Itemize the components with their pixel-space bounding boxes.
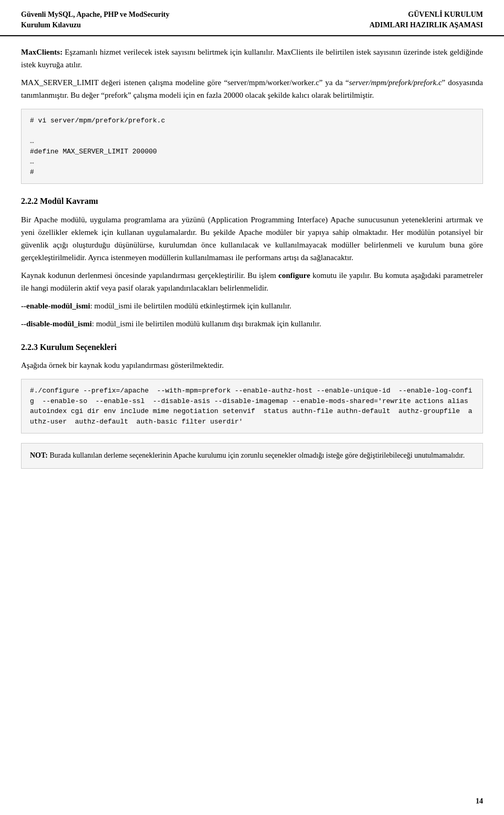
para-max-server-limit: MAX_SERVER_LIMIT değeri istenen çalışma … [21, 76, 483, 101]
para-maxclients: MaxClients: Eşzamanlı hizmet verilecek i… [21, 46, 483, 71]
disable-bold: --disable-modül_ismi [21, 319, 92, 328]
header-section-line2: ADIMLARI HAZIRLIK AŞAMASI [370, 20, 483, 30]
maxclients-rest: Eşzamanlı hizmet verilecek istek sayısın… [21, 48, 483, 69]
enable-bold: --enable-modül_ismi [21, 302, 90, 310]
header: Güvenli MySQL, Apache, PHP ve ModSecurit… [0, 0, 504, 36]
header-title-line1: Güvenli MySQL, Apache, PHP ve ModSecurit… [21, 9, 170, 20]
max-server-limit-part1: MAX_SERVER_LIMIT değeri istenen çalışma … [21, 78, 349, 87]
note-bold: NOT: [30, 451, 48, 459]
code-block-configure: #./configure --prefix=/apache --with-mpm… [21, 379, 483, 434]
page-number: 14 [476, 797, 483, 806]
header-title-line2: Kurulum Kılavuzu [21, 20, 170, 30]
configure-part1: Kaynak kodunun derlenmesi öncesinde yapı… [21, 271, 278, 280]
note-box: NOT: Burada kullanılan derleme seçenekle… [21, 443, 483, 468]
main-content: MaxClients: Eşzamanlı hizmet verilecek i… [0, 36, 504, 500]
disable-rest: : modül_ismi ile belirtilen modülü kulla… [92, 319, 321, 328]
para-module-concept: Bir Apache modülü, uygulama programlama … [21, 213, 483, 264]
page: Güvenli MySQL, Apache, PHP ve ModSecurit… [0, 0, 504, 815]
header-right: GÜVENLİ KURULUM ADIMLARI HAZIRLIK AŞAMAS… [370, 9, 483, 30]
section-222-heading: 2.2.2 Modül Kavramı [21, 194, 483, 208]
term-enable: --enable-modül_ismi: modül_ismi ile beli… [21, 300, 483, 312]
configure-bold: configure [278, 271, 310, 280]
para-configure: Kaynak kodunun derlenmesi öncesinde yapı… [21, 269, 483, 294]
code-block-prefork: # vi server/mpm/prefork/prefork.c … #def… [21, 109, 483, 184]
header-section-line1: GÜVENLİ KURULUM [370, 9, 483, 20]
section-223-heading: 2.2.3 Kurulum Seçenekleri [21, 341, 483, 354]
para-example-config: Aşağıda örnek bir kaynak kodu yapılandır… [21, 359, 483, 372]
header-left: Güvenli MySQL, Apache, PHP ve ModSecurit… [21, 9, 170, 30]
enable-rest: : modül_ismi ile belirtilen modülü etkin… [90, 302, 291, 310]
max-server-limit-italic: server/mpm/prefork/prefork.c [349, 78, 442, 87]
note-rest: Burada kullanılan derleme seçeneklerinin… [48, 451, 465, 459]
maxclients-bold: MaxClients: [21, 48, 62, 56]
term-disable: --disable-modül_ismi: modül_ismi ile bel… [21, 317, 483, 330]
